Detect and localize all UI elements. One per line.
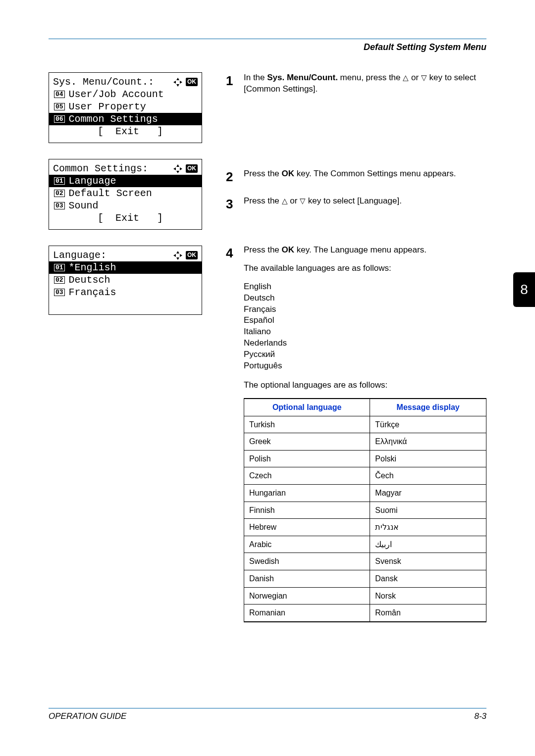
table-cell: Greek	[244, 433, 370, 451]
lcd-menu-item[interactable]: 03Sound	[53, 200, 198, 212]
table-row: GreekΕλληνικά	[244, 433, 486, 451]
item-number-badge: 06	[54, 115, 65, 123]
nav-arrows-icon	[173, 163, 183, 174]
header-rule	[49, 39, 486, 39]
text: Press the	[244, 245, 282, 254]
page-content: Default Setting System Menu Sys. Menu/Co…	[49, 39, 486, 631]
step-4: 4 Press the OK key. The Language menu ap…	[226, 245, 486, 622]
table-cell: Ελληνικά	[370, 433, 486, 451]
item-number-badge: 03	[54, 202, 65, 209]
step-body: Press the OK key. The Language menu appe…	[244, 245, 486, 622]
lcd-exit[interactable]: [ Exit ]	[53, 212, 198, 224]
up-triangle-icon: △	[403, 73, 409, 82]
lcd-menu-item[interactable]: 04User/Job Account	[53, 88, 198, 101]
item-label: Default Screen	[69, 187, 152, 200]
list-item: Nederlands	[244, 338, 486, 349]
list-item: Português	[244, 360, 486, 372]
step-body: Press the OK key. The Common Settings me…	[244, 168, 486, 187]
item-number-badge: 02	[54, 276, 65, 284]
table-row: Arabicاربيك	[244, 536, 486, 553]
svg-marker-2	[173, 81, 176, 84]
lcd-menu-item[interactable]: 02Deutsch	[53, 274, 198, 286]
bold-text: OK	[282, 169, 295, 178]
item-number-badge: 02	[54, 190, 65, 197]
optional-languages-table: Optional language Message display Turkis…	[244, 398, 486, 622]
text: or	[409, 73, 421, 82]
text: menu, press the	[338, 73, 403, 82]
table-row: Hebrewאנגלית	[244, 519, 486, 536]
lcd-title: Sys. Menu/Count.:	[53, 76, 170, 88]
list-item: Deutsch	[244, 293, 486, 304]
lcd-menu-item[interactable]: 03Français	[53, 286, 198, 299]
lcd-exit[interactable]: [ Exit ]	[53, 125, 198, 138]
svg-marker-10	[173, 254, 176, 257]
table-cell: Arabic	[244, 536, 370, 553]
lcd-menu-item[interactable]: 05User Property	[53, 101, 198, 113]
table-row: DanishDansk	[244, 570, 486, 588]
text: key. The Common Settings menu appears.	[294, 169, 456, 178]
svg-marker-3	[180, 81, 182, 84]
lcd-menu-item[interactable]: 01Language	[49, 175, 202, 187]
step-number: 1	[226, 72, 235, 102]
table-cell: Norsk	[370, 587, 486, 605]
svg-marker-4	[176, 164, 179, 167]
table-cell: Romanian	[244, 605, 370, 622]
down-triangle-icon: ▽	[421, 73, 427, 82]
text: Press the	[244, 196, 282, 205]
table-cell: Finnish	[244, 502, 370, 519]
svg-marker-5	[176, 171, 179, 173]
table-row: CzechČech	[244, 467, 486, 485]
table-cell: اربيك	[370, 536, 486, 553]
table-row: TurkishTürkçe	[244, 416, 486, 433]
step-body: In the Sys. Menu/Count. menu, press the …	[244, 72, 486, 102]
footer-rule	[49, 708, 486, 708]
svg-marker-1	[176, 84, 179, 87]
table-cell: Danish	[244, 570, 370, 588]
table-row: FinnishSuomi	[244, 502, 486, 519]
lcd-menu-item[interactable]: 01*English	[49, 261, 202, 274]
ok-badge-icon: OK	[186, 251, 198, 259]
table-row: PolishPolski	[244, 450, 486, 467]
language-list: EnglishDeutschFrançaisEspañolItalianoNed…	[244, 281, 486, 372]
content-columns: Sys. Menu/Count.:OK04User/Job Account05U…	[49, 72, 486, 631]
table-cell: אנגלית	[370, 519, 486, 536]
table-header: Message display	[370, 399, 486, 416]
svg-marker-6	[173, 167, 176, 170]
section-title: Default Setting System Menu	[49, 42, 486, 52]
item-label: Français	[69, 286, 116, 299]
table-cell: Polski	[370, 450, 486, 467]
item-number-badge: 01	[54, 264, 65, 271]
item-label: *English	[69, 261, 116, 274]
lcd-panel: Sys. Menu/Count.:OK04User/Job Account05U…	[49, 72, 202, 143]
nav-arrows-icon	[173, 76, 183, 88]
table-cell: Român	[370, 605, 486, 622]
down-triangle-icon: ▽	[300, 197, 306, 205]
text: key. The Language menu appears.	[294, 245, 427, 254]
chapter-tab: 8	[513, 272, 535, 307]
lcd-title: Common Settings:	[53, 162, 170, 175]
svg-marker-7	[180, 167, 182, 170]
table-cell: Hungarian	[244, 485, 370, 502]
table-row: RomanianRomân	[244, 605, 486, 622]
text: Press the	[244, 169, 282, 178]
item-label: Deutsch	[69, 274, 110, 286]
svg-marker-8	[176, 251, 179, 253]
left-column: Sys. Menu/Count.:OK04User/Job Account05U…	[49, 72, 202, 331]
list-item: Français	[244, 304, 486, 315]
step-1: 1 In the Sys. Menu/Count. menu, press th…	[226, 72, 486, 102]
table-cell: Swedish	[244, 553, 370, 570]
right-column: 1 In the Sys. Menu/Count. menu, press th…	[226, 72, 486, 631]
item-number-badge: 04	[54, 91, 65, 98]
footer-right: 8-3	[474, 711, 486, 721]
list-item: Italiano	[244, 326, 486, 338]
list-item: Русский	[244, 349, 486, 360]
text: or	[288, 196, 300, 205]
nav-arrows-icon	[173, 250, 183, 261]
table-cell: Suomi	[370, 502, 486, 519]
lcd-title: Language:	[53, 249, 170, 261]
lcd-menu-item[interactable]: 02Default Screen	[53, 187, 198, 200]
lcd-panel: Language:OK01*English02Deutsch03Français	[49, 246, 202, 315]
lcd-menu-item[interactable]: 06Common Settings	[49, 113, 202, 125]
footer-left: OPERATION GUIDE	[49, 711, 126, 721]
table-cell: Czech	[244, 467, 370, 485]
